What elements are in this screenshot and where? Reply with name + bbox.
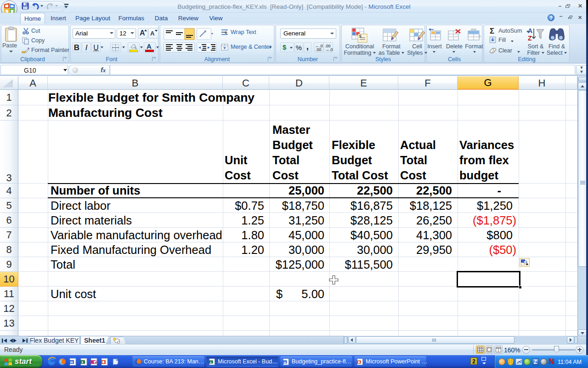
svg-text:A: A (528, 27, 532, 34)
svg-text:Z: Z (528, 34, 532, 42)
svg-text:W: W (70, 361, 74, 364)
svg-text:≤: ≤ (359, 34, 362, 38)
svg-text:W: W (283, 361, 286, 364)
svg-text:X: X (81, 361, 84, 364)
